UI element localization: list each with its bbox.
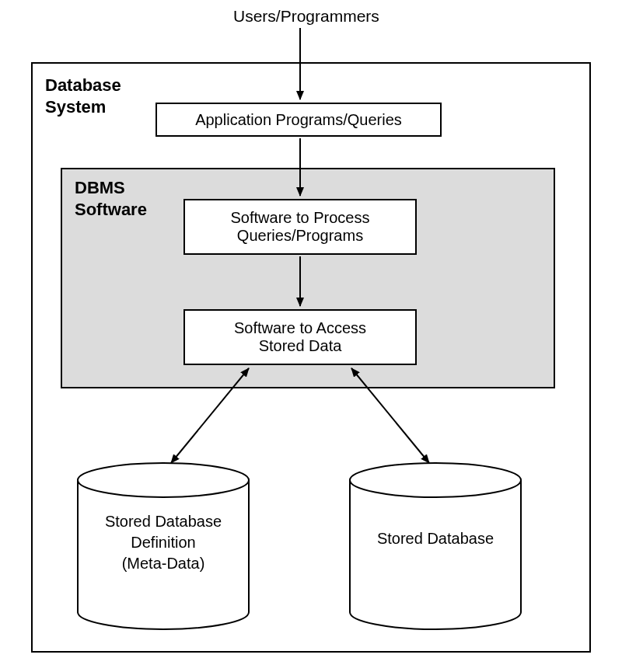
meta-data-label-line1: Stored Database	[105, 513, 222, 530]
meta-data-label-line2: Definition	[131, 534, 195, 551]
meta-data-label-line3: (Meta-Data)	[122, 555, 205, 572]
database-system-label-line1: Database	[45, 75, 121, 96]
access-stored-data-box: Software to Access Stored Data	[183, 309, 417, 365]
meta-data-cylinder-label: Stored Database Definition (Meta-Data)	[78, 511, 249, 574]
diagram-canvas: Users/Programmers Database System Applic…	[0, 0, 622, 672]
process-queries-box: Software to Process Queries/Programs	[183, 199, 417, 255]
process-queries-label-line1: Software to Process	[231, 209, 370, 227]
database-system-label-line2: System	[45, 96, 106, 118]
application-programs-label: Application Programs/Queries	[195, 111, 402, 129]
access-stored-data-label-line2: Stored Data	[259, 337, 342, 355]
process-queries-label-line2: Queries/Programs	[237, 227, 363, 245]
access-stored-data-label-line1: Software to Access	[234, 319, 366, 337]
dbms-software-label-line2: Software	[75, 199, 147, 221]
application-programs-box: Application Programs/Queries	[156, 103, 442, 137]
stored-database-cylinder-label: Stored Database	[350, 528, 521, 549]
stored-database-label-line1: Stored Database	[377, 530, 494, 547]
dbms-software-label-line1: DBMS	[75, 177, 125, 199]
users-programmers-label: Users/Programmers	[233, 6, 379, 26]
